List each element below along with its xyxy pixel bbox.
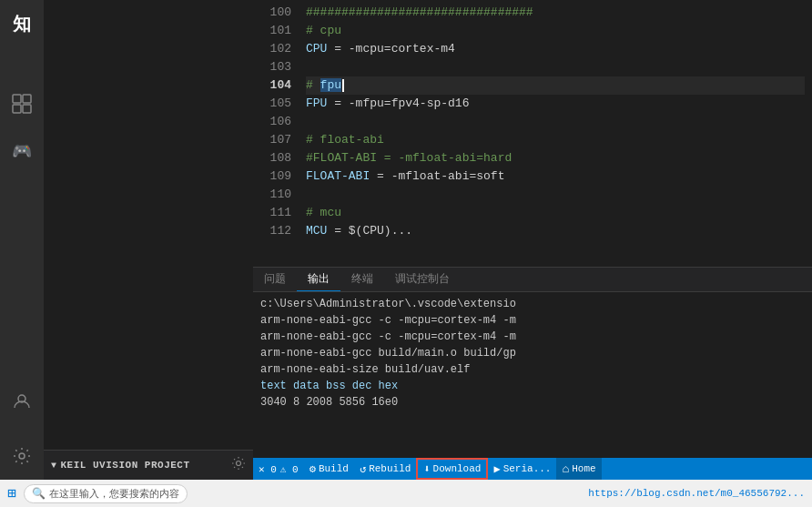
- line-num-109: 109: [260, 167, 291, 186]
- settings-icon[interactable]: [5, 440, 38, 472]
- panel-content: c:\Users\Administrator\.vscode\extensio …: [253, 292, 812, 458]
- taskbar: ⊞ 🔍 在这里输入，您要搜索的内容 https://blog.csdn.net/…: [0, 480, 812, 507]
- svg-rect-0: [13, 95, 21, 103]
- output-line-2: arm-none-eabi-gcc -c -mcpu=cortex-m4 -m: [260, 312, 805, 329]
- rebuild-label: Rebuild: [369, 463, 411, 474]
- output-line-7: 3040 8 2008 5856 16e0: [260, 394, 805, 411]
- code-line-104: # fpu: [306, 76, 805, 95]
- rebuild-icon: ↺: [360, 462, 366, 476]
- account-icon[interactable]: [5, 385, 38, 418]
- keil-title: KEIL UVISION PROJECT: [61, 460, 190, 471]
- status-errors: ✕ 0 ⚠ 0: [253, 458, 304, 480]
- download-button[interactable]: ⬇ Download: [416, 458, 488, 480]
- home-label: Home: [572, 463, 595, 474]
- line-num-101: 101: [260, 22, 291, 40]
- editor-area: 100 101 102 103 104 105 106 107 108 109 …: [253, 0, 812, 267]
- code-line-101: # cpu: [306, 22, 805, 40]
- sidebar: ▼ KEIL UVISION PROJECT: [44, 0, 253, 480]
- code-line-106: [306, 113, 805, 131]
- output-line-3: arm-none-eabi-gcc -c -mcpu=cortex-m4 -m: [260, 329, 805, 345]
- svg-point-5: [19, 453, 25, 459]
- windows-icon[interactable]: ⊞: [7, 484, 16, 502]
- output-line-5: arm-none-eabi-size build/uav.elf: [260, 361, 805, 378]
- tab-problems[interactable]: 问题: [253, 268, 297, 291]
- line-num-111: 111: [260, 204, 291, 222]
- panel-tabs: 问题 输出 终端 调试控制台: [253, 268, 812, 292]
- code-line-111: # mcu: [306, 204, 805, 222]
- code-content[interactable]: ################################ # cpu C…: [299, 0, 812, 267]
- svg-rect-2: [13, 105, 21, 113]
- line-num-110: 110: [260, 186, 291, 204]
- svg-point-6: [237, 461, 241, 466]
- chevron-icon: ▼: [51, 461, 57, 471]
- line-num-106: 106: [260, 113, 291, 131]
- code-container: 100 101 102 103 104 105 106 107 108 109 …: [253, 0, 812, 267]
- sidebar-top: [44, 0, 253, 450]
- keil-header[interactable]: ▼ KEIL UVISION PROJECT: [44, 451, 253, 480]
- search-icon: 🔍: [32, 487, 46, 501]
- tab-terminal[interactable]: 终端: [340, 268, 384, 291]
- line-num-105: 105: [260, 95, 291, 113]
- vscode-main: 100 101 102 103 104 105 106 107 108 109 …: [253, 0, 812, 480]
- build-label: Build: [319, 463, 349, 474]
- build-icon: ⚙: [310, 462, 316, 476]
- svg-rect-1: [23, 95, 31, 103]
- output-line-1: c:\Users\Administrator\.vscode\extensio: [260, 296, 805, 312]
- keil-settings-icon[interactable]: [231, 456, 246, 474]
- csdn-link: https://blog.csdn.net/m0_46556792...: [588, 488, 805, 499]
- zhi-icon[interactable]: 知: [5, 7, 38, 40]
- serial-icon: ▶: [493, 462, 500, 476]
- tab-output[interactable]: 输出: [297, 268, 340, 291]
- code-line-110: [306, 186, 805, 204]
- line-num-112: 112: [260, 222, 291, 240]
- code-line-107: # float-abi: [306, 131, 805, 149]
- line-num-107: 107: [260, 131, 291, 149]
- code-line-102: CPU = -mcpu=cortex-m4: [306, 40, 805, 58]
- activity-bar: 知 🎮: [0, 0, 44, 480]
- code-line-108: #FLOAT-ABI = -mfloat-abi=hard: [306, 149, 805, 167]
- taskbar-search[interactable]: 🔍 在这里输入，您要搜索的内容: [24, 484, 188, 503]
- line-num-104: 104: [260, 76, 291, 95]
- error-count: ✕ 0: [259, 463, 277, 475]
- home-icon: ⌂: [562, 462, 569, 476]
- line-num-102: 102: [260, 40, 291, 58]
- serial-label: Seria...: [503, 463, 552, 474]
- code-line-100: ################################: [306, 4, 805, 22]
- extensions-icon[interactable]: [5, 87, 38, 120]
- status-bar: ✕ 0 ⚠ 0 ⚙ Build ↺ Rebuild ⬇ Download ▶: [253, 458, 812, 480]
- serial-button[interactable]: ▶ Seria...: [488, 458, 556, 480]
- home-button[interactable]: ⌂ Home: [556, 458, 601, 480]
- line-num-108: 108: [260, 149, 291, 167]
- code-line-109: FLOAT-ABI = -mfloat-abi=soft: [306, 167, 805, 186]
- warning-count: ⚠ 0: [280, 463, 299, 475]
- download-icon: ⬇: [423, 462, 430, 476]
- panel-area: 问题 输出 终端 调试控制台 c:\Users\Administrator\.v…: [253, 267, 812, 458]
- code-line-112: MCU = $(CPU)...: [306, 222, 805, 240]
- output-line-4: arm-none-eabi-gcc build/main.o build/gp: [260, 345, 805, 361]
- code-line-103: [306, 58, 805, 76]
- line-num-100: 100: [260, 4, 291, 22]
- keil-section: ▼ KEIL UVISION PROJECT: [44, 450, 253, 480]
- rebuild-button[interactable]: ↺ Rebuild: [354, 458, 416, 480]
- code-line-105: FPU = -mfpu=fpv4-sp-d16: [306, 95, 805, 113]
- svg-rect-3: [23, 105, 31, 113]
- download-label: Download: [433, 463, 482, 474]
- line-numbers: 100 101 102 103 104 105 106 107 108 109 …: [253, 0, 299, 267]
- gamepad-icon[interactable]: 🎮: [5, 135, 38, 167]
- build-button[interactable]: ⚙ Build: [304, 458, 354, 480]
- line-num-103: 103: [260, 58, 291, 76]
- output-line-6: text data bss dec hex: [260, 378, 805, 394]
- tab-debug-console[interactable]: 调试控制台: [384, 268, 461, 291]
- search-placeholder: 在这里输入，您要搜索的内容: [49, 487, 179, 501]
